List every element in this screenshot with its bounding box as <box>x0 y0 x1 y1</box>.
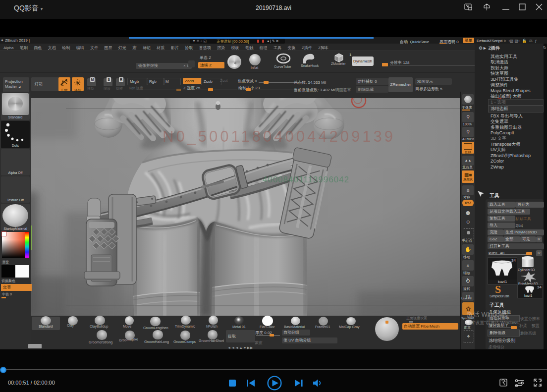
svg-text:40008401113996042: 40008401113996042 <box>263 175 349 184</box>
svg-text:N0_500118040044209139: N0_500118040044209139 <box>163 128 395 145</box>
